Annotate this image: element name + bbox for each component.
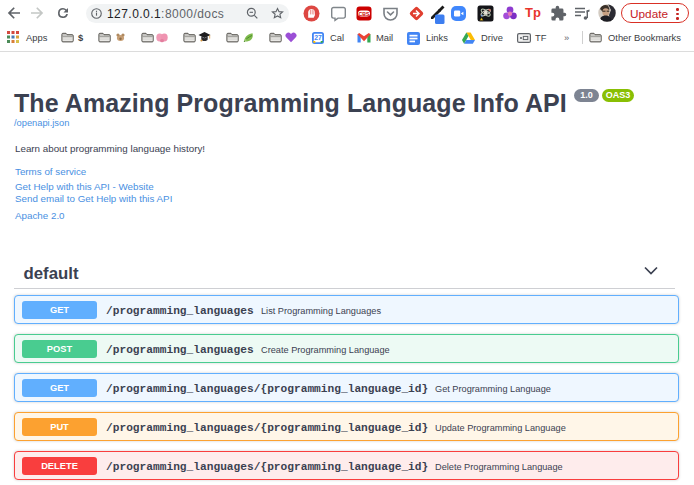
svg-text:CBS: CBS [359, 11, 370, 17]
svg-text:27: 27 [314, 34, 322, 41]
